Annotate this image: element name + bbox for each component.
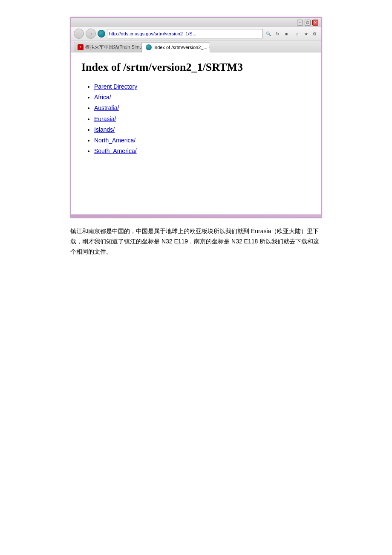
- search-icon[interactable]: 🔍: [265, 30, 272, 38]
- list-item: Islands/: [94, 124, 311, 135]
- tab-index-label: Index of /srtm/version2_...: [153, 45, 208, 50]
- title-bar: ─ □ ✕: [71, 18, 321, 27]
- page-title: Index of /srtm/version2_1/SRTM3: [81, 61, 311, 74]
- tabs-bar: T 模拟火车中国站(Train Simulat... Index of /srt…: [71, 40, 321, 52]
- tools-icon[interactable]: ⚙: [311, 30, 318, 38]
- favorites-icon[interactable]: ★: [302, 30, 310, 38]
- directory-list: Parent Directory Africa/ Australia/ Eura…: [81, 81, 311, 156]
- page-wrapper: ─ □ ✕ ← → 🔍 ↻ ■ ⌂ ★ ⚙ T 模拟火车中国: [0, 0, 392, 555]
- list-item: Australia/: [94, 103, 311, 113]
- link-africa[interactable]: Africa/: [94, 94, 111, 101]
- tab-train-label: 模拟火车中国站(Train Simulat...: [85, 44, 142, 50]
- link-parent-dir[interactable]: Parent Directory: [94, 83, 137, 90]
- back-button[interactable]: ←: [74, 29, 84, 39]
- page-icon: [98, 30, 105, 38]
- link-north-america[interactable]: North_America/: [94, 137, 135, 144]
- description-content: 镇江和南京都是中国的，中国是属于地球上的欧亚板块所以我们就到 Eurasia（欧…: [70, 228, 319, 255]
- list-item: North_America/: [94, 135, 311, 146]
- description-text: 镇江和南京都是中国的，中国是属于地球上的欧亚板块所以我们就到 Eurasia（欧…: [70, 226, 322, 257]
- nav-icons-right: 🔍 ↻ ■: [265, 30, 290, 38]
- maximize-button[interactable]: □: [305, 20, 311, 26]
- close-button[interactable]: ✕: [312, 20, 318, 26]
- tab-index-favicon: [146, 44, 152, 50]
- minimize-button[interactable]: ─: [297, 20, 303, 26]
- bottom-accent: [71, 214, 321, 217]
- forward-button[interactable]: →: [86, 29, 96, 39]
- stop-icon[interactable]: ■: [282, 30, 290, 38]
- link-islands[interactable]: Islands/: [94, 126, 115, 133]
- link-australia[interactable]: Australia/: [94, 104, 119, 111]
- refresh-icon[interactable]: ↻: [274, 30, 281, 38]
- tab-close-button[interactable]: ✕: [209, 45, 210, 50]
- page-content: Index of /srtm/version2_1/SRTM3 Parent D…: [71, 52, 321, 214]
- browser-window: ─ □ ✕ ← → 🔍 ↻ ■ ⌂ ★ ⚙ T 模拟火车中国: [70, 17, 322, 218]
- address-bar[interactable]: [107, 29, 263, 38]
- tab-train-favicon: T: [78, 44, 84, 50]
- nav-bar: ← → 🔍 ↻ ■ ⌂ ★ ⚙: [71, 27, 321, 40]
- list-item: Africa/: [94, 92, 311, 103]
- list-item: South_America/: [94, 146, 311, 156]
- list-item: Parent Directory: [94, 81, 311, 92]
- tab-train[interactable]: T 模拟火车中国站(Train Simulat...: [74, 42, 142, 52]
- list-item: Eurasia/: [94, 114, 311, 124]
- home-icon[interactable]: ⌂: [294, 30, 301, 38]
- link-eurasia[interactable]: Eurasia/: [94, 116, 116, 122]
- browser-action-icons: ⌂ ★ ⚙: [294, 30, 318, 38]
- tab-index[interactable]: Index of /srtm/version2_... ✕: [142, 42, 210, 52]
- link-south-america[interactable]: South_America/: [94, 147, 137, 154]
